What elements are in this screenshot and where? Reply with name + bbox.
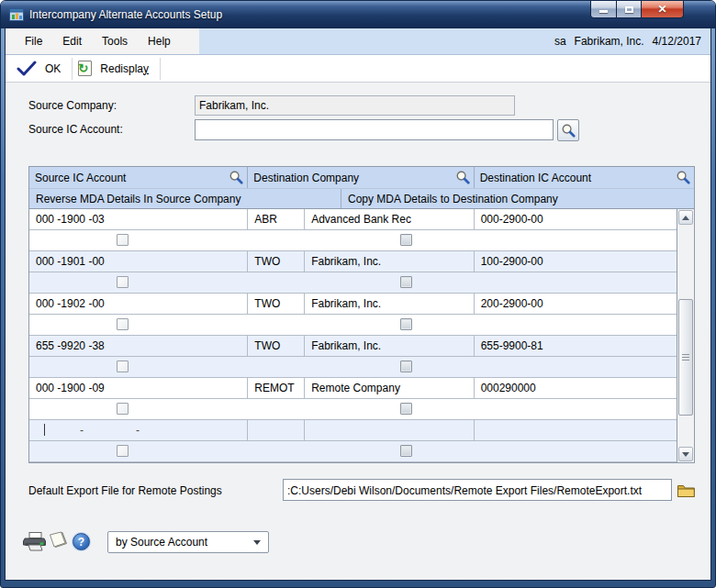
reverse-mda-checkbox[interactable]	[117, 276, 129, 288]
account-row: 000 -1901 -00 TWO Fabrikam, Inc. 100-290…	[29, 251, 677, 272]
column-header-destination-ic-account: Destination IC Account	[475, 167, 694, 188]
grid-row-pair: 000 -1900 -09 REMOT Remote Company 00029…	[29, 378, 677, 420]
source-company-label: Source Company:	[28, 99, 117, 112]
export-file-browse-button[interactable]	[675, 480, 698, 501]
toolbar: OK ↻ Redisplay	[6, 55, 710, 83]
menubar: File Edit Tools Help sa Fabrikam, Inc. 4…	[6, 28, 710, 55]
destination-company-name-cell[interactable]: Remote Company	[305, 378, 474, 398]
grid-subheaders: Reverse MDA Details In Source Company Co…	[29, 188, 694, 208]
titlebar: Intercompany Alternate Accounts Setup ✕	[1, 1, 715, 28]
destination-company-id-cell[interactable]	[248, 420, 305, 440]
printer-icon	[23, 531, 47, 553]
window-controls: ✕	[590, 1, 684, 18]
redisplay-button[interactable]: ↻ Redisplay	[73, 57, 160, 81]
app-window: Intercompany Alternate Accounts Setup ✕ …	[0, 0, 716, 588]
reverse-mda-checkbox[interactable]	[117, 234, 129, 246]
destination-company-column-lookup-button[interactable]	[455, 170, 471, 188]
destination-account-cell[interactable]	[475, 420, 677, 440]
scrollbar-thumb[interactable]	[678, 299, 693, 416]
source-account-cell[interactable]: 000 -1900 -03	[29, 209, 248, 229]
menu-items: File Edit Tools Help	[6, 28, 199, 54]
mda-checkbox-row	[29, 357, 677, 378]
scrollbar-grip-icon	[682, 354, 689, 361]
export-file-label: Default Export File for Remote Postings	[28, 484, 222, 497]
source-account-cell[interactable]: 000 -1902 -00	[29, 294, 248, 314]
folder-icon	[677, 483, 696, 498]
destination-company-name-cell[interactable]: Fabrikam, Inc.	[305, 251, 474, 272]
copy-mda-checkbox[interactable]	[400, 276, 412, 288]
source-account-cell[interactable]: --	[29, 420, 248, 440]
destination-account-cell[interactable]: 000-2900-00	[475, 209, 677, 229]
source-account-cell[interactable]: 655 -9920 -38	[29, 336, 248, 356]
sort-dropdown[interactable]: by Source Account	[107, 531, 269, 553]
copy-mda-checkbox[interactable]	[400, 361, 412, 372]
source-ic-account-lookup-button[interactable]	[557, 119, 579, 141]
destination-company-id-cell[interactable]: TWO	[248, 251, 305, 272]
copy-mda-checkbox[interactable]	[400, 403, 412, 415]
destination-company-name-cell[interactable]: Advanced Bank Rec	[305, 209, 474, 229]
vertical-scrollbar[interactable]	[677, 209, 694, 462]
help-button[interactable]: ?	[73, 533, 90, 550]
source-ic-account-column-lookup-button[interactable]	[229, 170, 244, 188]
reverse-mda-checkbox[interactable]	[117, 361, 129, 372]
destination-account-cell[interactable]: 000290000	[475, 378, 677, 398]
mda-checkbox-row	[29, 315, 677, 336]
note-button[interactable]	[47, 531, 70, 556]
reverse-mda-checkbox[interactable]	[117, 403, 129, 415]
scroll-up-button[interactable]	[678, 210, 693, 225]
window-body: File Edit Tools Help sa Fabrikam, Inc. 4…	[6, 28, 710, 580]
mda-checkbox-row	[29, 272, 677, 294]
magnifier-icon	[455, 170, 471, 185]
source-account-cell[interactable]: 000 -1901 -00	[29, 251, 248, 272]
menu-help[interactable]: Help	[138, 35, 181, 48]
minimize-button[interactable]	[590, 1, 617, 18]
print-button[interactable]	[23, 531, 47, 557]
menu-file[interactable]: File	[15, 35, 52, 48]
copy-mda-checkbox[interactable]	[400, 318, 412, 330]
destination-account-cell[interactable]: 655-9900-81	[475, 336, 677, 356]
destination-account-cell[interactable]: 100-2900-00	[475, 251, 677, 272]
source-account-cell[interactable]: 000 -1900 -09	[29, 378, 248, 398]
app-icon	[9, 7, 24, 22]
destination-company-id-cell[interactable]: REMOT	[248, 378, 305, 398]
destination-company-name-cell[interactable]: Fabrikam, Inc.	[305, 336, 474, 356]
export-file-field[interactable]: :C:Users/Debi Wilson/Documents/Remote Ex…	[283, 479, 672, 501]
grid-row-pair: 000 -1902 -00 TWO Fabrikam, Inc. 200-290…	[29, 294, 677, 336]
scroll-up-icon	[682, 216, 689, 220]
scroll-down-button[interactable]	[678, 447, 693, 461]
source-ic-account-label: Source IC Account:	[28, 123, 123, 136]
grid-body: 000 -1900 -03 ABR Advanced Bank Rec 000-…	[29, 208, 694, 462]
menu-edit[interactable]: Edit	[52, 35, 92, 48]
maximize-button[interactable]	[617, 1, 641, 18]
grid-row-pair: 000 -1900 -03 ABR Advanced Bank Rec 000-…	[29, 209, 677, 251]
toolbar-separator	[160, 58, 161, 80]
destination-company-name-cell[interactable]	[305, 420, 474, 440]
destination-company-id-cell[interactable]: TWO	[248, 336, 305, 356]
destination-company-id-cell[interactable]: TWO	[248, 294, 305, 314]
redisplay-icon: ↻	[78, 61, 92, 76]
status-area: sa Fabrikam, Inc. 4/12/2017	[199, 28, 710, 54]
maximize-icon	[625, 6, 633, 13]
ok-button[interactable]: OK	[11, 57, 72, 81]
content-area: Source Company: Fabrikam, Inc. Source IC…	[6, 83, 710, 580]
menu-tools[interactable]: Tools	[92, 35, 138, 48]
grid-column-headers: Source IC Account Destination Company	[29, 167, 694, 188]
magnifier-icon	[229, 170, 244, 185]
account-row: --	[29, 420, 677, 441]
subheader-reverse-mda: Reverse MDA Details In Source Company	[29, 189, 341, 208]
reverse-mda-checkbox[interactable]	[117, 445, 129, 457]
close-button[interactable]: ✕	[641, 1, 684, 18]
source-ic-account-input[interactable]	[195, 119, 554, 140]
destination-company-id-cell[interactable]: ABR	[248, 209, 305, 229]
destination-ic-account-column-lookup-button[interactable]	[676, 170, 691, 188]
scroll-down-icon	[682, 452, 689, 457]
source-company-field: Fabrikam, Inc.	[195, 95, 515, 116]
sort-dropdown-value: by Source Account	[116, 536, 207, 549]
destination-account-cell[interactable]: 200-2900-00	[475, 294, 677, 314]
copy-mda-checkbox[interactable]	[400, 234, 412, 246]
account-row: 000 -1900 -09 REMOT Remote Company 00029…	[29, 378, 677, 399]
reverse-mda-checkbox[interactable]	[117, 318, 129, 330]
destination-company-name-cell[interactable]: Fabrikam, Inc.	[305, 294, 474, 314]
help-question-icon: ?	[78, 536, 84, 549]
copy-mda-checkbox[interactable]	[400, 445, 412, 457]
